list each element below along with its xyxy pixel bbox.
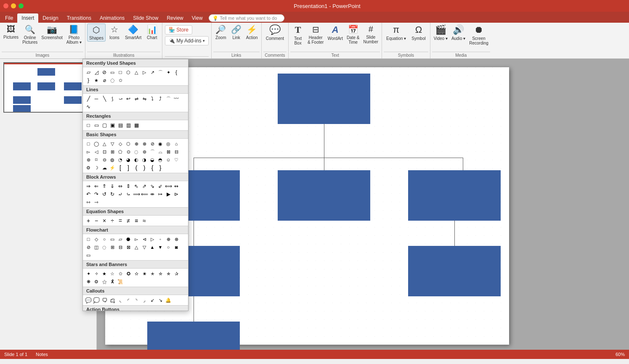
shape-item[interactable]: ▣ [109, 121, 116, 129]
shape-item[interactable]: ⇌ [133, 95, 140, 103]
shape-item[interactable]: ⇖ [133, 182, 140, 190]
shape-item[interactable]: ╱ [85, 95, 92, 103]
shape-item[interactable]: ▭ [109, 69, 116, 76]
shape-item[interactable]: ▲ [149, 243, 156, 251]
tab-slideshow[interactable]: Slide Show [129, 13, 162, 23]
photo-album-button[interactable]: 📘 PhotoAlbum ▾ [65, 24, 83, 45]
shape-item[interactable]: ≠ [125, 217, 132, 224]
shape-item[interactable]: ◍ [109, 156, 116, 164]
shape-item[interactable]: ⌒ [149, 148, 156, 156]
store-button[interactable]: 🏪Store [165, 25, 192, 34]
notes-label[interactable]: Notes [36, 352, 48, 357]
shape-item[interactable]: ◇ [93, 235, 100, 243]
shape-item[interactable]: ⤾ [117, 190, 124, 198]
shape-item[interactable]: ◯ [93, 140, 100, 148]
shape-item[interactable]: ▷ [141, 69, 148, 76]
shape-item[interactable]: ) [141, 164, 148, 171]
comment-button[interactable]: 💬 Comment [263, 24, 287, 42]
shape-item[interactable]: ⬡ [125, 69, 132, 76]
shape-item[interactable]: ◞ [141, 296, 148, 304]
shape-item[interactable]: ◦ [157, 235, 164, 243]
screen-recording-button[interactable]: ⏺ ScreenRecording [467, 24, 490, 46]
org-shape-mid-center[interactable] [278, 170, 370, 221]
shape-item[interactable]: ⊝ [101, 156, 108, 164]
shape-item[interactable]: ◐ [133, 156, 140, 164]
shape-item[interactable]: ⊡ [101, 148, 108, 156]
shape-item[interactable]: ⊠ [125, 243, 132, 251]
link-button[interactable]: 🔗 Link [229, 24, 244, 41]
shape-item[interactable]: ▭ [93, 121, 100, 129]
shape-item[interactable]: ↻ [109, 190, 116, 198]
maximize-btn[interactable] [19, 3, 24, 8]
tab-design[interactable]: Design [38, 13, 62, 23]
shape-item[interactable]: ÷ [109, 217, 116, 224]
shape-item[interactable]: } [157, 164, 164, 171]
shape-item[interactable]: 🗨 [101, 296, 108, 304]
shape-item[interactable]: ✩ [117, 270, 124, 277]
shape-item[interactable]: ☺ [165, 156, 172, 164]
shape-item[interactable]: ◌ [133, 148, 140, 156]
shape-item[interactable]: ❋ [85, 278, 92, 285]
shape-item[interactable]: □ [117, 69, 124, 76]
shape-item[interactable]: ◔ [117, 156, 124, 164]
header-footer-button[interactable]: ⊟ Header& Footer [306, 24, 325, 45]
shape-item[interactable]: ◌ [101, 243, 108, 251]
shape-item[interactable]: ◁ [93, 148, 100, 156]
shape-item[interactable]: ▻ [133, 235, 140, 243]
shape-item[interactable]: ▤ [117, 121, 124, 129]
shape-item[interactable]: 🔔 [165, 296, 172, 304]
shape-item[interactable]: ( [133, 164, 140, 171]
shape-item[interactable]: ⟹ [133, 190, 140, 198]
shapes-button[interactable]: ⬡ Shapes [87, 24, 106, 42]
shape-item[interactable]: ◫ [93, 243, 100, 251]
tab-view[interactable]: View [188, 13, 207, 23]
shape-item[interactable]: ⊘ [85, 243, 92, 251]
shape-item[interactable]: ↷ [93, 190, 100, 198]
org-shape-mid-right[interactable] [408, 170, 501, 221]
shape-item[interactable]: { [173, 69, 180, 76]
shape-item[interactable]: ⬠ [117, 148, 124, 156]
shape-item[interactable]: ✦ [85, 270, 92, 277]
shape-item[interactable]: ⟆ [109, 95, 116, 103]
shape-item[interactable]: ⇕ [125, 182, 132, 190]
shape-item[interactable]: ⊗ [141, 140, 148, 148]
shape-item[interactable]: ╲ [101, 95, 108, 103]
shape-item[interactable]: ⟺ [165, 182, 172, 190]
shape-item[interactable]: 🎗 [109, 278, 116, 285]
shape-item[interactable]: ◒ [149, 156, 156, 164]
shape-item[interactable]: ─ [93, 95, 100, 103]
shape-item[interactable]: □ [85, 121, 92, 129]
audio-button[interactable]: 🔊 Audio ▾ [450, 24, 467, 42]
shape-item[interactable]: ▭ [85, 251, 92, 259]
shape-item[interactable]: ⇘ [149, 182, 156, 190]
shape-item[interactable]: 💭 [93, 296, 100, 304]
shape-item[interactable]: ◜ [125, 296, 132, 304]
shape-item[interactable]: 💬 [85, 296, 92, 304]
shape-item[interactable]: ○ [101, 235, 108, 243]
shape-item[interactable]: ▢ [101, 121, 108, 129]
shape-item[interactable]: } [85, 76, 92, 84]
shape-item[interactable]: ⊠ [165, 148, 172, 156]
shape-item[interactable]: ⇾ [93, 198, 100, 206]
shape-item[interactable]: ☽ [93, 164, 100, 171]
shape-item[interactable]: ↘ [157, 296, 164, 304]
shape-item[interactable]: ▶ [165, 190, 172, 198]
shape-item[interactable]: ★ [101, 270, 108, 277]
action-button[interactable]: ⚡ Action [244, 24, 260, 41]
shapes-dropdown-panel[interactable]: Recently Used Shapes ▱ ◿ ⊘ ▭ □ ⬡ △ ▷ ↗ ⌒… [82, 59, 188, 311]
shape-item[interactable]: ⊞ [109, 243, 116, 251]
shape-item[interactable]: ⌓ [157, 148, 164, 156]
shape-item[interactable]: ⤴ [157, 95, 164, 103]
shape-item[interactable]: ⊚ [141, 148, 148, 156]
icons-button[interactable]: ☆ Icons [106, 24, 123, 41]
shape-item[interactable]: ≡ [133, 217, 140, 224]
shape-item[interactable]: [ [117, 164, 124, 171]
shape-item[interactable]: ⊲ [141, 235, 148, 243]
shape-item[interactable]: ∿ [85, 103, 92, 111]
shape-item[interactable]: △ [133, 243, 140, 251]
tab-transitions[interactable]: Transitions [63, 13, 96, 23]
shape-item[interactable]: ⊗ [173, 235, 180, 243]
shape-item[interactable]: ⇓ [109, 182, 116, 190]
shape-item[interactable]: ⌀ [101, 76, 108, 84]
shape-item[interactable]: ↗ [149, 69, 156, 76]
